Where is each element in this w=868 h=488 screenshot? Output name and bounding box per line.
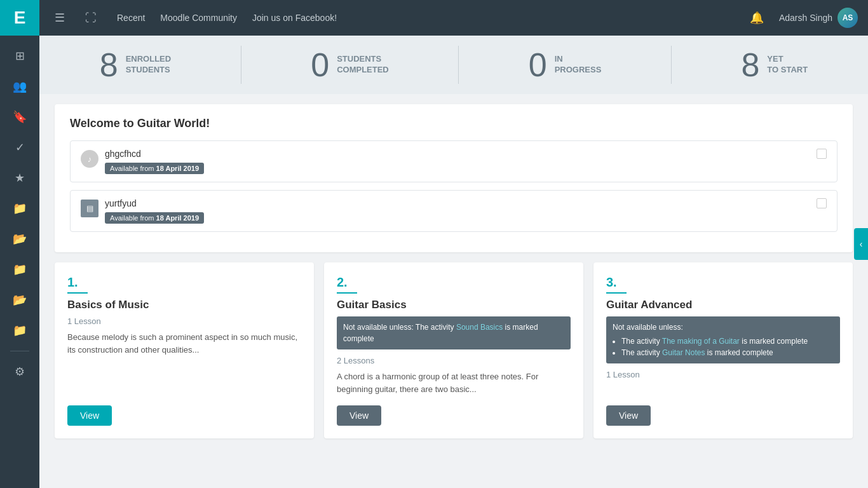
welcome-card: Welcome to Guitar World! ♪ ghgcfhcd Avai… (55, 104, 853, 252)
activity-badge-1: Available from 18 April 2019 (105, 163, 204, 174)
notifications-bell[interactable]: 🔔 (745, 8, 769, 27)
facebook-nav-item[interactable]: Join us on Facebook! (247, 10, 342, 25)
in-progress-label: IN PROGRESS (555, 54, 602, 76)
in-progress-number: 0 (529, 46, 547, 84)
view-button-1[interactable]: View (67, 405, 112, 426)
lesson-card-3: 3. Guitar Advanced Not available unless:… (593, 262, 853, 438)
card-number-1: 1. (67, 275, 88, 294)
card-lessons-3: 1 Lesson (606, 370, 840, 379)
hamburger-button[interactable]: ☰ (50, 8, 70, 27)
card-description-1: Because melody is such a prominent aspec… (67, 331, 301, 395)
card-description-2: A chord is a harmonic group of at least … (337, 370, 571, 395)
sound-basics-link[interactable]: Sound Basics (456, 323, 503, 332)
yet-to-start-label: YET TO START (767, 54, 808, 76)
sidebar-icon-folder4[interactable]: 📂 (7, 287, 32, 313)
sidebar-icon-star[interactable]: ★ (7, 165, 32, 191)
card-footer-3: View (606, 405, 840, 426)
activity-badge-2: Available from 18 April 2019 (105, 212, 204, 224)
stat-divider-3 (671, 46, 672, 84)
lesson-cards: 1. Basics of Music 1 Lesson Because melo… (55, 262, 853, 438)
activity-left-2: ▤ yurtfyud Available from 18 April 2019 (81, 198, 204, 224)
sidebar-icon-folder5[interactable]: 📁 (7, 318, 32, 343)
activity-name-1: ghgcfhcd (105, 149, 204, 159)
activity-row-1: ♪ ghgcfhcd Available from 18 April 2019 (70, 140, 837, 182)
activity-checkbox-2[interactable] (817, 198, 827, 208)
app-logo[interactable]: E (0, 0, 39, 36)
activity-row-2: ▤ yurtfyud Available from 18 April 2019 (70, 190, 837, 232)
sidebar-icon-dashboard[interactable]: ⊞ (7, 43, 32, 69)
user-menu[interactable]: Adarsh Singh AS (779, 8, 858, 28)
welcome-title: Welcome to Guitar World! (70, 117, 837, 130)
sidebar-divider (10, 351, 29, 351)
sidebar-icon-folder1[interactable]: 📁 (7, 196, 32, 221)
view-button-3[interactable]: View (606, 405, 651, 426)
view-button-2[interactable]: View (337, 405, 381, 426)
activity-info-2: yurtfyud Available from 18 April 2019 (105, 198, 204, 224)
completed-stat: 0 STUDENTS COMPLETED (311, 46, 389, 84)
sidebar-icon-bookmark[interactable]: 🔖 (7, 104, 32, 130)
activity-icon-2: ▤ (81, 200, 98, 217)
completed-label: STUDENTS COMPLETED (337, 54, 389, 76)
enrolled-number: 8 (100, 46, 118, 84)
card-lessons-1: 1 Lesson (67, 316, 301, 326)
activity-name-2: yurtfyud (105, 198, 204, 208)
yet-to-start-stat: 8 YET TO START (741, 46, 808, 84)
card-title-1: Basics of Music (67, 299, 301, 311)
recent-nav-item[interactable]: Recent (112, 10, 150, 25)
sidebar-icon-folder2[interactable]: 📂 (7, 226, 32, 252)
enrolled-stat: 8 ENROLLED STUDENTS (100, 46, 171, 84)
sidebar-icon-settings[interactable]: ⚙ (7, 359, 32, 384)
card-description-3 (606, 384, 840, 395)
activity-left-1: ♪ ghgcfhcd Available from 18 April 2019 (81, 149, 204, 174)
card-footer-1: View (67, 405, 301, 426)
yet-to-start-number: 8 (741, 46, 759, 84)
completed-number: 0 (311, 46, 329, 84)
stat-divider-1 (241, 46, 241, 84)
enrolled-label: ENROLLED STUDENTS (126, 54, 172, 76)
lesson-card-2: 2. Guitar Basics Not available unless: T… (324, 262, 583, 438)
card-footer-2: View (337, 405, 571, 426)
sidebar-icon-check[interactable]: ✓ (7, 135, 32, 160)
making-guitar-link[interactable]: The making of a Guitar (662, 337, 740, 346)
card-number-3: 3. (606, 275, 627, 294)
activity-icon-1: ♪ (81, 150, 98, 168)
fullscreen-button[interactable]: ⛶ (80, 9, 102, 27)
card-availability-2: Not available unless: The activity Sound… (337, 316, 571, 349)
activity-info-1: ghgcfhcd Available from 18 April 2019 (105, 149, 204, 174)
avatar: AS (837, 8, 858, 28)
stat-divider-2 (458, 46, 459, 84)
content-area: Welcome to Guitar World! ♪ ghgcfhcd Avai… (39, 94, 868, 488)
card-title-2: Guitar Basics (337, 299, 571, 311)
username-label: Adarsh Singh (779, 13, 832, 23)
lesson-card-1: 1. Basics of Music 1 Lesson Because melo… (55, 262, 314, 438)
topbar: ☰ ⛶ Recent Moodle Community Join us on F… (39, 0, 868, 36)
in-progress-stat: 0 IN PROGRESS (529, 46, 602, 84)
activity-checkbox-1[interactable] (817, 149, 827, 159)
sidebar-icon-folder3[interactable]: 📁 (7, 257, 32, 282)
moodle-community-nav-item[interactable]: Moodle Community (155, 10, 242, 25)
main-area: ☰ ⛶ Recent Moodle Community Join us on F… (39, 0, 868, 488)
card-lessons-2: 2 Lessons (337, 356, 571, 365)
card-availability-3: Not available unless: The activity The m… (606, 316, 840, 363)
card-title-3: Guitar Advanced (606, 299, 840, 311)
sidebar-icon-users[interactable]: 👥 (7, 74, 32, 99)
topbar-nav: Recent Moodle Community Join us on Faceb… (112, 10, 342, 25)
sidebar: E ⊞ 👥 🔖 ✓ ★ 📁 📂 📁 📂 📁 ⚙ (0, 0, 39, 488)
right-pull-tab[interactable]: ‹ (854, 228, 868, 260)
card-number-2: 2. (337, 275, 357, 294)
guitar-notes-link[interactable]: Guitar Notes (662, 348, 705, 357)
stats-bar: 8 ENROLLED STUDENTS 0 STUDENTS COMPLETED… (39, 36, 868, 94)
